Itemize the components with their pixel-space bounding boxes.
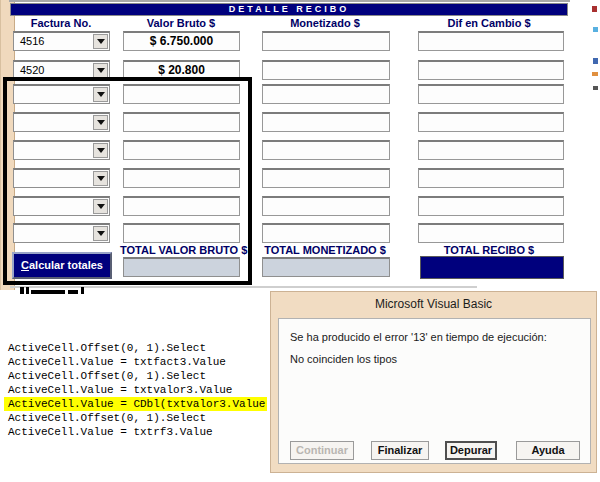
combo-dropdown-arrow-icon[interactable] [93, 143, 108, 158]
factura-combobox-value: 4520 [20, 64, 44, 76]
code-line: ActiveCell.Value = txtrf3.Value [8, 425, 267, 439]
dialog-title: Microsoft Visual Basic [271, 297, 596, 311]
valor-bruto-input[interactable] [123, 112, 240, 132]
table-row [0, 168, 600, 188]
code-line: ActiveCell.Offset(0, 1).Select [8, 341, 267, 355]
code-line-highlighted: ActiveCell.Value = CDbl(txtvalor3.Value [8, 397, 267, 411]
form-border-top [9, 0, 570, 2]
combo-dropdown-arrow-icon[interactable] [93, 115, 108, 130]
ayuda-button[interactable]: Ayuda [516, 441, 580, 460]
detalle-recibo-header: DETALLE RECIBO [10, 3, 568, 16]
combo-dropdown-arrow-icon[interactable] [93, 34, 108, 49]
valor-bruto-input[interactable] [123, 168, 240, 188]
total-recibo-label: TOTAL RECIBO $ [414, 244, 564, 256]
table-row: 4516$ 6.750.000 [0, 31, 600, 51]
total-recibo-field[interactable] [420, 256, 564, 279]
monetizado-input[interactable] [262, 112, 390, 132]
column-header-monetizado: Monetizado $ [258, 17, 392, 29]
dif-en-cambio-input[interactable] [418, 60, 564, 80]
factura-combobox-value: 4516 [20, 35, 44, 47]
screenshot-stage: DETALLE RECIBO Factura No. Valor Bruto $… [0, 0, 600, 482]
error-message-line1: Se ha producido el error '13' en tiempo … [290, 331, 547, 343]
column-header-dif-en-cambio: Dif en Cambio $ [414, 17, 564, 29]
cropped-control-remnant [18, 287, 88, 294]
dif-en-cambio-input[interactable] [418, 196, 564, 216]
depurar-button[interactable]: Depurar [445, 441, 497, 460]
table-row [0, 140, 600, 160]
column-header-factura: Factura No. [12, 17, 110, 29]
monetizado-input[interactable] [262, 31, 390, 51]
table-row [0, 112, 600, 132]
table-row [0, 223, 600, 243]
code-text: ActiveCell.Value = txtfact3.Value [8, 355, 226, 369]
dialog-content: Se ha producido el error '13' en tiempo … [278, 318, 591, 464]
dif-en-cambio-input[interactable] [418, 112, 564, 132]
code-text: ActiveCell.Offset(0, 1).Select [8, 341, 206, 355]
code-text: ActiveCell.Offset(0, 1).Select [8, 411, 206, 425]
column-header-valor-bruto: Valor Bruto $ [122, 17, 240, 29]
total-monetizado-label: TOTAL MONETIZADO $ [256, 244, 394, 256]
continuar-button: Continuar [290, 441, 354, 460]
dif-en-cambio-input[interactable] [418, 168, 564, 188]
code-line: ActiveCell.Offset(0, 1).Select [8, 411, 267, 425]
background-artifact [593, 86, 598, 90]
factura-combobox[interactable] [13, 168, 110, 188]
factura-combobox[interactable] [13, 84, 110, 104]
combo-dropdown-arrow-icon[interactable] [93, 199, 108, 214]
total-valor-bruto-field[interactable] [123, 257, 240, 277]
factura-combobox[interactable] [13, 112, 110, 132]
combo-dropdown-arrow-icon[interactable] [93, 63, 108, 78]
dif-en-cambio-input[interactable] [418, 140, 564, 160]
background-artifact [592, 6, 597, 12]
valor-bruto-input[interactable]: $ 20.800 [123, 60, 240, 80]
table-row [0, 84, 600, 104]
factura-combobox[interactable] [13, 196, 110, 216]
code-text: ActiveCell.Value = txtvalor3.Value [8, 383, 232, 397]
background-artifact [593, 58, 598, 64]
table-row: 4520$ 20.800 [0, 60, 600, 80]
total-monetizado-field[interactable] [262, 257, 390, 277]
factura-combobox[interactable]: 4520 [13, 60, 110, 80]
code-text: ActiveCell.Value = CDbl(txtvalor3.Value [4, 397, 267, 411]
valor-bruto-input[interactable] [123, 196, 240, 216]
monetizado-input[interactable] [262, 84, 390, 104]
valor-bruto-input[interactable] [123, 84, 240, 104]
factura-combobox[interactable]: 4516 [13, 31, 110, 51]
monetizado-input[interactable] [262, 223, 390, 243]
combo-dropdown-arrow-icon[interactable] [93, 87, 108, 102]
factura-combobox[interactable] [13, 223, 110, 243]
valor-bruto-input[interactable]: $ 6.750.000 [123, 31, 240, 51]
factura-combobox[interactable] [13, 140, 110, 160]
code-line: ActiveCell.Value = txtfact3.Value [8, 355, 267, 369]
finalizar-button[interactable]: Finalizar [371, 441, 429, 460]
calcular-totales-button[interactable]: Calcular totales [12, 252, 112, 279]
valor-bruto-input[interactable] [123, 140, 240, 160]
code-text: ActiveCell.Offset(0, 1).Select [8, 369, 206, 383]
combo-dropdown-arrow-icon[interactable] [93, 226, 108, 241]
combo-dropdown-arrow-icon[interactable] [93, 171, 108, 186]
valor-bruto-input[interactable] [123, 223, 240, 243]
monetizado-input[interactable] [262, 140, 390, 160]
dif-en-cambio-input[interactable] [418, 31, 564, 51]
vba-code-listing: ActiveCell.Offset(0, 1).SelectActiveCell… [8, 341, 267, 439]
code-line: ActiveCell.Value = txtvalor3.Value [8, 383, 267, 397]
total-valor-bruto-label: TOTAL VALOR BRUTO $ [120, 244, 242, 256]
error-message-line2: No coinciden los tipos [290, 353, 397, 365]
monetizado-input[interactable] [262, 196, 390, 216]
dif-en-cambio-input[interactable] [418, 223, 564, 243]
monetizado-input[interactable] [262, 60, 390, 80]
monetizado-input[interactable] [262, 168, 390, 188]
code-text: ActiveCell.Value = txtrf3.Value [8, 425, 213, 439]
background-artifact [593, 27, 598, 32]
table-row [0, 196, 600, 216]
dif-en-cambio-input[interactable] [418, 84, 564, 104]
vb-error-dialog: Microsoft Visual Basic Se ha producido e… [270, 291, 597, 473]
background-artifact [592, 72, 598, 76]
code-line: ActiveCell.Offset(0, 1).Select [8, 369, 267, 383]
